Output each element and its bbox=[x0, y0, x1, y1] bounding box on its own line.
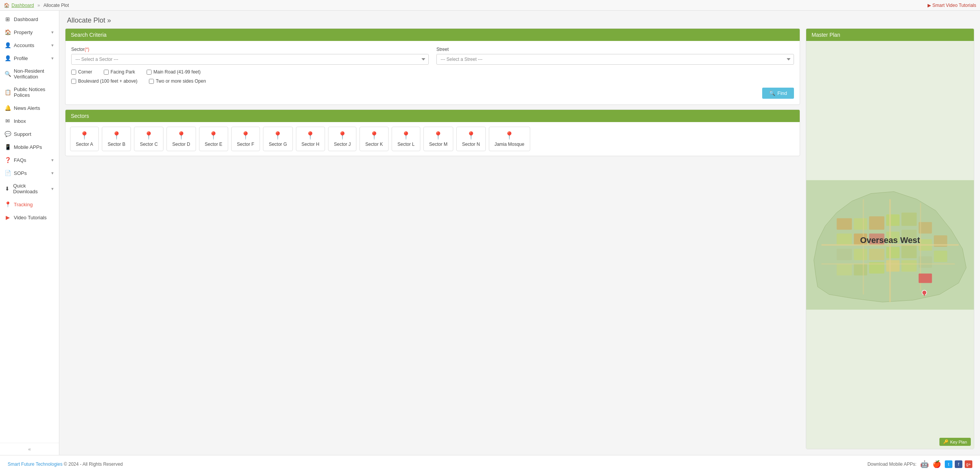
sidebar-item-inbox[interactable]: ✉ Inbox bbox=[0, 114, 59, 127]
sector-button-sector-b[interactable]: 📍Sector B bbox=[102, 127, 131, 151]
video-tutorials-icon: ▶ bbox=[5, 214, 11, 220]
boulevard-checkbox[interactable] bbox=[71, 79, 76, 84]
svg-rect-15 bbox=[869, 249, 884, 260]
sidebar-item-profile[interactable]: 👤 Profile ▼ bbox=[0, 52, 59, 65]
sector-button-sector-j[interactable]: 📍Sector J bbox=[328, 127, 356, 151]
pin-icon: 📍 bbox=[466, 131, 476, 140]
svg-rect-13 bbox=[837, 249, 852, 260]
topbar: 🏠 Dashboard » Allocate Plot ▶ Smart Vide… bbox=[0, 0, 980, 11]
facing-park-checkbox-label[interactable]: Facing Park bbox=[104, 69, 135, 75]
collapse-icon: « bbox=[28, 446, 31, 452]
sector-label: Sector F bbox=[237, 142, 254, 147]
sector-button-sector-e[interactable]: 📍Sector E bbox=[199, 127, 228, 151]
sector-button-sector-l[interactable]: 📍Sector L bbox=[392, 127, 420, 151]
company-link[interactable]: Smart Future Technologies bbox=[8, 462, 62, 467]
sector-button-sector-k[interactable]: 📍Sector K bbox=[359, 127, 389, 151]
main-road-checkbox[interactable] bbox=[147, 70, 152, 75]
facebook-icon[interactable]: f bbox=[955, 460, 962, 468]
svg-text:Overseas West: Overseas West bbox=[860, 235, 920, 245]
sidebar-item-support[interactable]: 💬 Support bbox=[0, 127, 59, 140]
sidebar-label-public-notices: Public Notices Polices bbox=[14, 86, 54, 98]
search-icon: 🔍 bbox=[769, 90, 775, 96]
apple-icon[interactable]: 🍎 bbox=[933, 460, 941, 468]
sidebar-item-public-notices[interactable]: 📋 Public Notices Polices bbox=[0, 83, 59, 101]
svg-rect-6 bbox=[902, 212, 917, 226]
google-plus-icon[interactable]: g+ bbox=[965, 460, 972, 468]
sector-button-sector-f[interactable]: 📍Sector F bbox=[231, 127, 260, 151]
pin-icon: 📍 bbox=[369, 131, 379, 140]
key-plan-button[interactable]: 🔑 Key Plan bbox=[939, 438, 971, 446]
sidebar-label-tracking: Tracking bbox=[14, 202, 33, 207]
left-panel: Search Criteria Sector(*) --- Select a S… bbox=[65, 28, 800, 449]
sidebar-item-quick-downloads[interactable]: ⬇ Quick Downloads ▼ bbox=[0, 179, 59, 198]
profile-arrow-icon: ▼ bbox=[51, 56, 54, 60]
main-road-checkbox-label[interactable]: Main Road (41-99 feet) bbox=[147, 69, 201, 75]
android-icon[interactable]: 🤖 bbox=[920, 460, 929, 468]
sector-label: Sector G bbox=[269, 142, 287, 147]
svg-rect-2 bbox=[837, 218, 852, 230]
svg-rect-3 bbox=[854, 218, 867, 230]
search-criteria-panel: Search Criteria Sector(*) --- Select a S… bbox=[65, 28, 800, 105]
breadcrumb-dashboard-link[interactable]: Dashboard bbox=[11, 3, 34, 8]
map-body: Overseas West 🔑 Key Plan bbox=[806, 41, 974, 449]
sector-button-sector-d[interactable]: 📍Sector D bbox=[167, 127, 196, 151]
sidebar-item-video-tutorials[interactable]: ▶ Video Tutorials bbox=[0, 211, 59, 224]
street-group: Street --- Select a Street --- bbox=[436, 47, 794, 65]
find-button[interactable]: 🔍 Find bbox=[762, 88, 794, 99]
sector-select[interactable]: --- Select a Sector --- bbox=[71, 54, 429, 65]
facing-park-label: Facing Park bbox=[111, 69, 135, 75]
sector-group: Sector(*) --- Select a Sector --- bbox=[71, 47, 429, 65]
sidebar-item-mobile-apps[interactable]: 📱 Mobile APPs bbox=[0, 140, 59, 153]
sector-button-sector-c[interactable]: 📍Sector C bbox=[134, 127, 163, 151]
smart-video-link[interactable]: ▶ Smart Video Tutorials bbox=[928, 3, 977, 8]
svg-rect-7 bbox=[837, 233, 852, 245]
pin-icon: 📍 bbox=[112, 131, 121, 140]
footer-left: Smart Future Technologies © 2024 - All R… bbox=[8, 462, 123, 467]
two-sides-checkbox[interactable] bbox=[149, 79, 154, 84]
svg-rect-32 bbox=[919, 274, 932, 283]
svg-rect-23 bbox=[886, 260, 900, 272]
sidebar-item-news-alerts[interactable]: 🔔 News Alerts bbox=[0, 101, 59, 114]
pin-icon: 📍 bbox=[176, 131, 186, 140]
sector-label: Sector(*) bbox=[71, 47, 429, 52]
non-resident-icon: 🔍 bbox=[5, 71, 11, 77]
sidebar-label-inbox: Inbox bbox=[14, 118, 26, 124]
sector-button-sector-g[interactable]: 📍Sector G bbox=[263, 127, 292, 151]
sidebar-collapse-button[interactable]: « bbox=[0, 443, 59, 455]
sector-button-jamia-mosque[interactable]: 📍Jamia Mosque bbox=[489, 127, 530, 151]
sidebar-item-dashboard[interactable]: ⊞ Dashboard bbox=[0, 13, 59, 26]
sector-button-sector-a[interactable]: 📍Sector A bbox=[70, 127, 99, 151]
map-svg: Overseas West bbox=[806, 41, 974, 449]
svg-rect-20 bbox=[837, 264, 852, 276]
master-plan-header: Master Plan bbox=[806, 29, 974, 41]
sector-button-sector-m[interactable]: 📍Sector M bbox=[423, 127, 453, 151]
corner-checkbox[interactable] bbox=[71, 70, 76, 75]
sidebar-label-mobile-apps: Mobile APPs bbox=[14, 144, 42, 150]
breadcrumb-current: Allocate Plot bbox=[43, 3, 69, 8]
sidebar-item-tracking[interactable]: 📍 Tracking bbox=[0, 198, 59, 211]
sidebar-item-faqs[interactable]: ❓ FAQs ▼ bbox=[0, 153, 59, 166]
boulevard-checkbox-label[interactable]: Boulevard (100 feet + above) bbox=[71, 78, 137, 84]
sidebar-label-non-resident: Non-Resident Verification bbox=[14, 68, 54, 80]
faqs-arrow-icon: ▼ bbox=[51, 158, 54, 162]
sidebar-item-accounts[interactable]: 👤 Accounts ▼ bbox=[0, 39, 59, 52]
street-select[interactable]: --- Select a Street --- bbox=[436, 54, 794, 65]
twitter-icon[interactable]: t bbox=[945, 460, 952, 468]
sidebar-item-sops[interactable]: 📄 SOPs ▼ bbox=[0, 166, 59, 179]
breadcrumb-separator: » bbox=[38, 3, 40, 8]
sidebar-item-property[interactable]: 🏠 Property ▼ bbox=[0, 26, 59, 39]
sectors-panel: Sectors 📍Sector A📍Sector B📍Sector C📍Sect… bbox=[65, 109, 800, 156]
facing-park-checkbox[interactable] bbox=[104, 70, 109, 75]
two-sides-checkbox-label[interactable]: Two or more sides Open bbox=[149, 78, 206, 84]
sidebar-item-non-resident[interactable]: 🔍 Non-Resident Verification bbox=[0, 65, 59, 83]
corner-checkbox-label[interactable]: Corner bbox=[71, 69, 92, 75]
sector-label: Sector D bbox=[172, 142, 190, 147]
sidebar-label-support: Support bbox=[14, 131, 31, 137]
sector-button-sector-h[interactable]: 📍Sector H bbox=[296, 127, 325, 151]
sector-button-sector-n[interactable]: 📍Sector N bbox=[456, 127, 486, 151]
search-criteria-body: Sector(*) --- Select a Sector --- Street… bbox=[65, 41, 800, 104]
sidebar-label-faqs: FAQs bbox=[14, 157, 26, 163]
page-title: Allocate Plot » bbox=[59, 11, 980, 28]
breadcrumb-home-icon: 🏠 bbox=[4, 3, 10, 8]
support-icon: 💬 bbox=[5, 131, 11, 137]
